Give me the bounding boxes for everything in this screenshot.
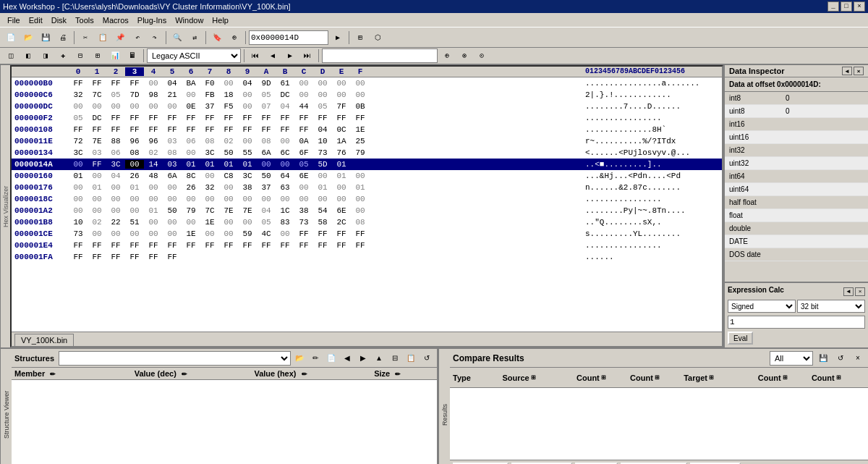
close-button[interactable]: × — [854, 1, 865, 12]
list-item: DOS date — [725, 248, 868, 261]
size-edit-icon[interactable]: ✏ — [395, 371, 401, 378]
struct-copy-button[interactable]: 📋 — [404, 351, 418, 366]
menu-tools[interactable]: Tools — [71, 14, 98, 26]
data-inspector-panel: Data Inspector ◄ × Data at offset 0x0000… — [723, 65, 868, 347]
struct-fwd-button[interactable]: ▶ — [356, 351, 370, 366]
addr-header — [14, 67, 69, 76]
struct-new-button[interactable]: 📄 — [324, 351, 339, 366]
tb2-btn4[interactable]: ✚ — [55, 48, 71, 64]
menu-plugins[interactable]: Plug-Ins — [133, 14, 171, 26]
value-hex-edit-icon[interactable]: ✏ — [302, 371, 307, 378]
struct-open-button[interactable]: 📂 — [292, 351, 307, 366]
bit-dropdown[interactable]: 32 bit — [797, 300, 865, 313]
goto-execute-button[interactable]: ▶ — [330, 30, 346, 46]
col-header-4: 4 — [144, 67, 163, 76]
di-uint16-label: uint16 — [725, 133, 783, 141]
menu-macros[interactable]: Macros — [98, 14, 133, 26]
expr-pin-button[interactable]: ◄ — [843, 287, 854, 296]
menu-window[interactable]: Window — [171, 14, 208, 26]
new-button[interactable]: 📄 — [3, 30, 19, 46]
tb2-extra1[interactable]: ⊕ — [439, 48, 455, 64]
open-button[interactable]: 📂 — [20, 30, 36, 46]
hex-content[interactable]: 000000B0 FFFFFFFF0004BAF000049D610000000… — [12, 77, 722, 332]
di-uint8-label: uint8 — [725, 107, 783, 115]
expr-close-button[interactable]: × — [855, 287, 865, 296]
structures-title: Structures — [14, 354, 54, 363]
list-item: half float — [725, 196, 868, 209]
ascii-col: ................ — [578, 241, 719, 250]
panel-pin-button[interactable]: ◄ — [842, 67, 852, 75]
count4-sort-icon[interactable]: ⊞ — [836, 374, 841, 381]
tb2-btn6[interactable]: ⊞ — [90, 48, 106, 64]
tb2-extra2[interactable]: ⊗ — [456, 48, 472, 64]
cut-button[interactable]: ✂ — [77, 30, 93, 46]
compare-save-button[interactable]: 💾 — [816, 351, 830, 366]
structures-dropdown[interactable] — [59, 351, 291, 366]
struct-back-button[interactable]: ◀ — [340, 351, 354, 366]
struct-reload-button[interactable]: ↺ — [420, 351, 434, 366]
count2-sort-icon[interactable]: ⊞ — [655, 374, 660, 381]
eval-button[interactable]: Eval — [728, 332, 753, 345]
results-label: Results — [438, 349, 450, 464]
tb2-nav-next[interactable]: ▶ — [282, 48, 298, 64]
minimize-button[interactable]: _ — [827, 1, 839, 12]
window-controls[interactable]: _ □ × — [827, 1, 865, 12]
undo-button[interactable]: ↶ — [129, 30, 145, 46]
maximize-button[interactable]: □ — [841, 1, 852, 12]
find-button[interactable]: 🔍 — [169, 30, 185, 46]
table-row: 000000B0 FFFFFFFF0004BAF000049D610000000… — [12, 77, 722, 89]
tb2-btn8[interactable]: 🖩 — [124, 48, 140, 64]
bookmark-button[interactable]: 🔖 — [209, 30, 225, 46]
row-addr: 000000F2 — [14, 114, 69, 122]
compare-btn[interactable]: ⊞ — [352, 30, 368, 46]
target-sort-icon[interactable]: ⊞ — [709, 374, 714, 381]
goto-address-input[interactable] — [249, 30, 328, 45]
encoding-dropdown[interactable]: Legacy ASCII — [147, 48, 241, 63]
save-button[interactable]: 💾 — [38, 30, 54, 46]
expression-calc-section: Expression Calc ◄ × Signed 32 bit Eval — [725, 282, 868, 347]
tb2-btn2[interactable]: ◧ — [20, 48, 36, 64]
tb2-extra3[interactable]: ⊙ — [474, 48, 490, 64]
struct-collapse-button[interactable]: ⊟ — [388, 351, 402, 366]
tb2-nav-prev[interactable]: ◀ — [265, 48, 281, 64]
value-dec-edit-icon[interactable]: ✏ — [182, 371, 187, 378]
member-edit-icon[interactable]: ✏ — [50, 371, 56, 378]
hex-btn[interactable]: ⬡ — [370, 30, 386, 46]
structures-panel: Structures 📂 ✏ 📄 ◀ ▶ ▲ ⊟ 📋 ↺ Member ✏ Va… — [12, 349, 438, 464]
redo-button[interactable]: ↷ — [147, 30, 163, 46]
signed-dropdown[interactable]: Signed — [728, 300, 796, 313]
tb2-btn5[interactable]: ⊟ — [72, 48, 88, 64]
struct-edit-button[interactable]: ✏ — [308, 351, 323, 366]
menu-disk[interactable]: Disk — [47, 14, 71, 26]
goto-button[interactable]: ⊕ — [226, 30, 242, 46]
menu-edit[interactable]: Edit — [25, 14, 47, 26]
menu-file[interactable]: File — [3, 14, 25, 26]
copy-button[interactable]: 📋 — [95, 30, 111, 46]
row-addr-selected: 0000014A — [14, 160, 69, 169]
separator-1 — [74, 31, 75, 44]
tb2-btn1[interactable]: ◫ — [3, 48, 19, 64]
tb2-btn7[interactable]: 📊 — [107, 48, 123, 64]
menu-help[interactable]: Help — [208, 14, 233, 26]
hex-cells: 327C057D982100FB180005DC00000000 — [69, 90, 578, 99]
compare-refresh-button[interactable]: ↺ — [833, 351, 848, 366]
ascii-col: s.........YL........ — [578, 229, 719, 238]
hex-tab-file[interactable]: VY_100K.bin — [14, 334, 74, 346]
compare-filter-dropdown[interactable]: All — [770, 351, 813, 366]
print-button[interactable]: 🖨 — [55, 30, 71, 46]
struct-up-button[interactable]: ▲ — [372, 351, 386, 366]
tb2-nav-last[interactable]: ⏭ — [299, 48, 315, 64]
col-header-1: 1 — [88, 67, 106, 76]
count1-sort-icon[interactable]: ⊞ — [601, 374, 606, 381]
paste-button[interactable]: 📌 — [112, 30, 128, 46]
tb2-nav-first[interactable]: ⏮ — [247, 48, 263, 64]
count3-sort-icon[interactable]: ⊞ — [783, 374, 788, 381]
compare-close-button[interactable]: × — [851, 351, 865, 366]
panel-close-button[interactable]: × — [854, 67, 864, 75]
row-addr: 00000176 — [14, 183, 69, 192]
expression-input[interactable] — [728, 316, 865, 329]
replace-button[interactable]: ⇄ — [187, 30, 203, 46]
source-sort-icon[interactable]: ⊞ — [531, 374, 536, 381]
position-input[interactable] — [322, 48, 438, 63]
tb2-btn3[interactable]: ◨ — [38, 48, 54, 64]
